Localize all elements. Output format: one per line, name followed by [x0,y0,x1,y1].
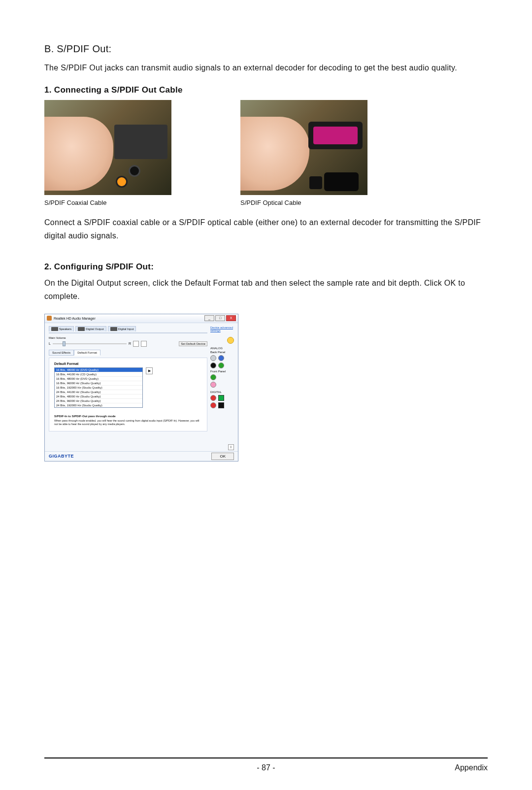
window-right-pane: Device advanced settings ANALOG Back Pan… [210,326,234,431]
window-footer: GIGABYTE OK [45,451,238,461]
format-options-list: 16 Bits, 44100 Hz (CD Quality) 16 Bits, … [55,372,142,407]
set-default-device-button[interactable]: Set Default Device [179,341,207,346]
jack-pink-icon[interactable] [210,382,216,388]
step1-title: 1. Connecting a S/PDIF Out Cable [44,85,488,95]
optical-jack-icon [309,176,322,189]
digital-in-icon [110,327,117,331]
format-option[interactable]: 24 Bits, 48000 Hz (Studio Quality) [55,394,142,398]
titlebar[interactable]: Realtek HD Audio Manager _ □ X [45,314,238,323]
subtab-sound-effects[interactable]: Sound Effects [49,350,74,356]
analog-label: ANALOG [210,347,234,350]
volume-slider[interactable] [53,343,127,344]
format-combo-row: 16 Bits, 48000 Hz (DVD Quality) 16 Bits,… [54,367,202,408]
help-icon[interactable] [227,337,234,344]
image-row: S/PDIF Coaxial Cable S/PDIF Optical Cabl… [44,100,488,206]
jack-green-icon[interactable] [218,362,224,368]
balance-button[interactable] [141,341,147,347]
rca-orange-icon [117,177,126,186]
passthrough-text: When pass through mode enabled, you will… [54,419,202,426]
tab-digital-output-label: Digital Output [86,328,103,330]
vol-right: R [129,342,131,345]
brand-logo: GIGABYTE [49,454,74,459]
format-dropdown[interactable]: 16 Bits, 48000 Hz (DVD Quality) 16 Bits,… [54,367,143,408]
digital-row2 [210,402,234,408]
step2-desc: On the Digital Output screen, click the … [44,277,488,303]
back-panel-label: Back Panel [210,351,234,354]
term-default-format: Default Format [185,279,239,287]
hand-icon [44,117,113,191]
jack-red-icon[interactable] [210,395,216,401]
main-volume-row: L R Set Default Device [49,341,207,347]
front-panel-label: Front Panel [210,370,234,373]
tab-speakers-label: Speakers [59,328,71,330]
section-intro: The S/PDIF Out jacks can transmit audio … [44,62,488,74]
page-number: - 87 - [44,763,488,772]
image-col-right: S/PDIF Optical Cable [240,100,367,206]
tab-speakers[interactable]: Speakers [49,326,74,331]
format-option[interactable]: 24 Bits, 192000 Hz (Studio Quality) [55,403,142,407]
optical-in-icon[interactable] [218,402,224,408]
default-format-heading: Default Format [54,362,202,365]
tab-digital-output[interactable]: Digital Output [75,326,106,331]
realtek-window: Realtek HD Audio Manager _ □ X Speakers … [44,314,238,461]
close-button[interactable]: X [226,315,236,321]
optical-out-icon[interactable] [218,395,224,401]
jack-green-icon[interactable] [210,374,216,380]
sub-tabs: Sound Effects Default Format [49,350,207,356]
subtab-default-format[interactable]: Default Format [74,350,100,356]
format-option[interactable]: 16 Bits, 48000 Hz (DVD Quality) [55,376,142,381]
format-option[interactable]: 24 Bits, 96000 Hz (Studio Quality) [55,398,142,403]
photo-optical [240,100,367,195]
default-format-panel: Default Format 16 Bits, 48000 Hz (DVD Qu… [49,358,207,431]
back-panel-row1 [210,355,234,361]
format-option[interactable]: 16 Bits, 96000 Hz (Studio Quality) [55,381,142,385]
term-ok: OK [444,279,456,287]
rca-black-icon [130,166,139,175]
front-panel-row2 [210,382,234,388]
hand-icon [240,117,309,191]
photo-coaxial [44,100,171,195]
section-title: B. S/PDIF Out: [44,43,488,55]
ok-button[interactable]: OK [211,453,234,460]
step2-mid1: screen, click the [121,279,185,287]
jack-blue-icon[interactable] [218,355,224,361]
vol-left: L [49,342,51,345]
front-panel-row1 [210,374,234,380]
format-option[interactable]: 16 Bits, 44100 Hz (CD Quality) [55,372,142,376]
speaker-icon [51,327,58,331]
passthrough-heading: S/PDIF-In to S/PDIF-Out pass through mod… [54,415,202,418]
digital-out-icon [78,327,85,331]
term-digital-output: Digital Output [71,279,121,287]
step2-title: 2. Configuring S/PDIF Out: [44,262,488,272]
jack-black-icon[interactable] [210,362,216,368]
format-option[interactable]: 24 Bits, 44100 Hz (Studio Quality) [55,390,142,394]
mute-button[interactable] [133,341,139,347]
titlebar-left: Realtek HD Audio Manager [47,316,96,321]
step2-mid2: tab and then select the sample rate and … [239,279,444,287]
serial-port-icon [324,172,359,191]
caption-coaxial: S/PDIF Coaxial Cable [44,199,171,206]
info-button[interactable]: i [228,444,234,450]
step1-desc: Connect a S/PDIF coaxial cable or a S/PD… [44,216,488,242]
connector-block [114,125,167,159]
play-test-button[interactable]: ▶ [146,367,153,374]
device-advanced-link[interactable]: Device advanced settings [210,326,234,332]
tab-digital-input[interactable]: Digital Input [108,326,136,331]
device-tabs: Speakers Digital Output Digital Input [49,326,207,333]
page-footer: - 87 - Appendix [44,763,488,772]
back-panel-row2 [210,362,234,368]
jack-red-icon[interactable] [210,402,216,408]
format-option[interactable]: 16 Bits, 192000 Hz (Studio Quality) [55,385,142,390]
maximize-button[interactable]: □ [215,315,225,321]
main-volume-label: Main Volume [49,336,207,339]
window-body: Speakers Digital Output Digital Input Ma… [45,323,238,446]
minimize-button[interactable]: _ [204,315,214,321]
step2-pre: On the [44,279,71,287]
image-col-left: S/PDIF Coaxial Cable [44,100,171,206]
tab-digital-input-label: Digital Input [118,328,134,330]
slider-thumb-icon[interactable] [63,341,66,346]
format-selected[interactable]: 16 Bits, 48000 Hz (DVD Quality) [55,368,142,372]
window-controls: _ □ X [204,315,236,321]
jack-grey-icon[interactable] [210,355,216,361]
window-left-pane: Speakers Digital Output Digital Input Ma… [49,326,207,431]
